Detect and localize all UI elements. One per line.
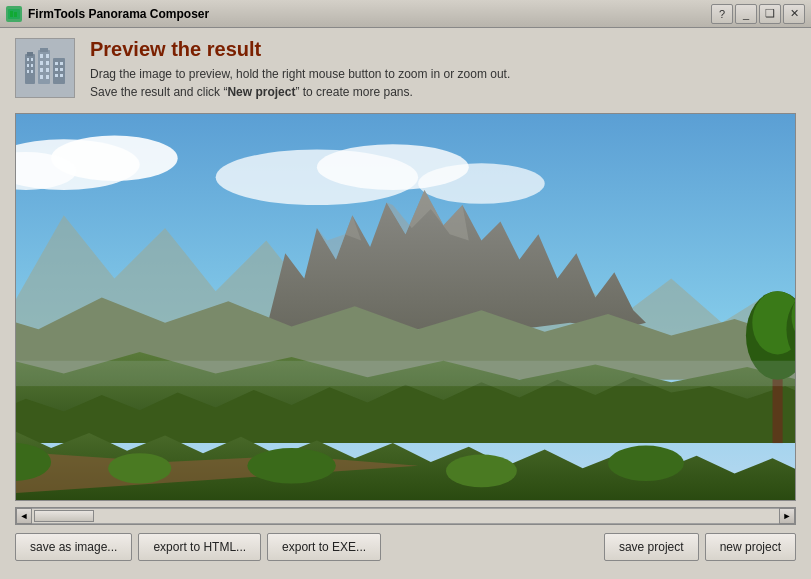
svg-rect-24 [55,68,58,71]
svg-rect-12 [40,48,48,52]
svg-rect-10 [31,70,33,73]
app-title: FirmTools Panorama Composer [28,7,209,21]
scroll-right-button[interactable]: ► [779,508,795,524]
help-button[interactable]: ? [711,4,733,24]
export-exe-button[interactable]: export to EXE... [267,533,381,561]
header-section: Preview the result Drag the image to pre… [15,38,796,101]
close-button[interactable]: ✕ [783,4,805,24]
svg-rect-59 [16,361,795,386]
header-title: Preview the result [90,38,796,61]
export-html-button[interactable]: export to HTML... [138,533,261,561]
svg-point-34 [418,163,545,203]
svg-rect-20 [46,75,49,79]
svg-point-58 [608,446,684,481]
save-image-button[interactable]: save as image... [15,533,132,561]
header-desc-line1: Drag the image to preview, hold the righ… [90,65,796,83]
new-project-button[interactable]: new project [705,533,796,561]
svg-rect-2 [14,12,17,17]
svg-rect-8 [31,64,33,67]
svg-rect-7 [27,64,29,67]
svg-point-55 [108,453,171,483]
svg-rect-27 [60,74,63,77]
svg-rect-22 [55,62,58,65]
svg-rect-1 [10,11,13,17]
panorama-image-container[interactable] [15,113,796,501]
new-project-link: New project [227,85,295,99]
header-icon [15,38,75,98]
svg-rect-26 [55,74,58,77]
svg-rect-23 [60,62,63,65]
svg-rect-4 [27,52,33,56]
header-desc-line2: Save the result and click “New project” … [90,83,796,101]
save-project-button[interactable]: save project [604,533,699,561]
title-bar-left: FirmTools Panorama Composer [6,6,209,22]
title-bar-buttons: ? _ ❑ ✕ [711,4,805,24]
action-button-row: save as image... export to HTML... expor… [15,533,796,561]
svg-rect-14 [46,54,49,58]
svg-point-56 [247,448,336,483]
scroll-left-button[interactable]: ◄ [16,508,32,524]
svg-rect-25 [60,68,63,71]
svg-rect-17 [40,68,43,72]
svg-rect-5 [27,58,29,61]
scrollbar[interactable]: ◄ ► [15,507,796,525]
maximize-button[interactable]: ❑ [759,4,781,24]
scroll-thumb[interactable] [34,510,94,522]
svg-point-57 [446,454,517,487]
svg-rect-16 [46,61,49,65]
header-desc-prefix: Save the result and click “ [90,85,227,99]
svg-rect-19 [40,75,43,79]
title-bar: FirmTools Panorama Composer ? _ ❑ ✕ [0,0,811,28]
svg-rect-6 [31,58,33,61]
header-desc-suffix: ” to create more pans. [295,85,412,99]
svg-rect-3 [25,54,35,84]
app-icon [6,6,22,22]
minimize-button[interactable]: _ [735,4,757,24]
scroll-track[interactable] [32,508,779,524]
main-container: Preview the result Drag the image to pre… [0,28,811,579]
svg-rect-13 [40,54,43,58]
svg-rect-9 [27,70,29,73]
svg-rect-18 [46,68,49,72]
svg-rect-21 [53,58,65,84]
header-text: Preview the result Drag the image to pre… [90,38,796,101]
svg-rect-15 [40,61,43,65]
